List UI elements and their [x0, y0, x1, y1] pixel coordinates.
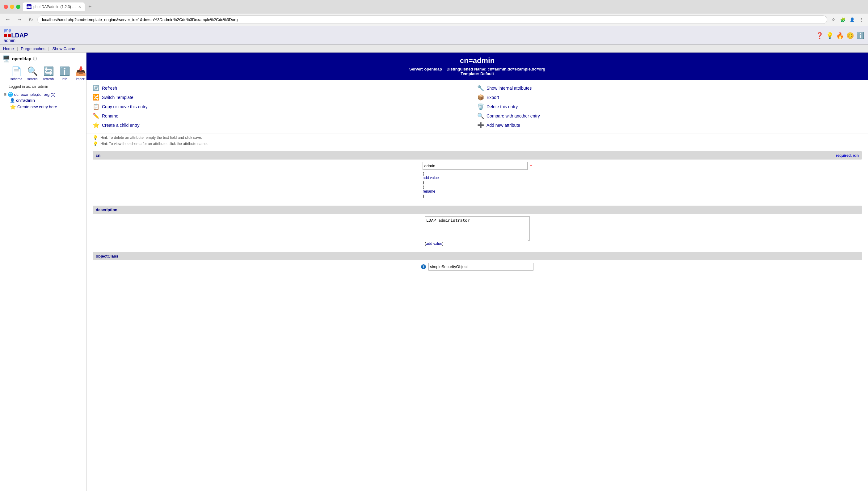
copy-move-label: Copy or move this entry — [102, 104, 148, 109]
attr-description-name[interactable]: description — [96, 207, 117, 212]
hint-delete: 💡 Hint: To delete an attribute, empty th… — [93, 135, 862, 140]
server-name[interactable]: openldap — [12, 56, 31, 61]
sidebar-server: 🖥️ openldap ⓘ — [2, 55, 84, 62]
hint-delete-text: Hint: To delete an attribute, empty the … — [100, 136, 202, 140]
entry-meta: Server: openldap Distinguished Name: cn=… — [90, 67, 864, 76]
description-textarea[interactable]: LDAP administrator — [425, 216, 530, 241]
tree-root-icon: 🌐 — [8, 92, 13, 97]
app-header: php ■■LDAP admin ❓ 💡 🔥 😊 ℹ️ — [0, 26, 868, 45]
schema-label: schema — [10, 77, 23, 81]
tab-title: phpLDAPadmin (1.2.3) - cn=ac... — [33, 5, 76, 9]
action-create-child[interactable]: ⭐ Create a child entry — [93, 122, 477, 128]
rename-label: Rename — [102, 113, 118, 118]
attr-objectclass-name[interactable]: objectClass — [96, 254, 118, 259]
action-add-attribute[interactable]: ➕ Add new attribute — [477, 122, 862, 128]
hint-schema-text: Hint: To view the schema for an attribut… — [100, 142, 208, 146]
tree-root-item[interactable]: ⊟ 🌐 dc=example,dc=org (1) — [4, 91, 84, 97]
cn-value-input[interactable] — [423, 162, 528, 170]
server-label: Server: — [409, 67, 423, 71]
settings-icon[interactable]: ⋮ — [858, 16, 865, 24]
tree-child-cn-admin[interactable]: 👤 cn=admin — [10, 97, 84, 103]
sidebar-toolbar: 📄 schema 🔍 search 🔄 refresh ℹ️ info 📥 im… — [2, 65, 84, 82]
address-bar[interactable] — [37, 16, 827, 24]
hint-delete-icon: 💡 — [93, 135, 98, 140]
schema-icon: 📄 — [11, 66, 22, 76]
objectclass-info-icon[interactable]: i — [421, 264, 426, 269]
tree-toggle: ⊟ — [4, 92, 6, 96]
action-show-internal[interactable]: 🔧 Show internal attributes — [477, 85, 862, 91]
bulb-icon[interactable]: 💡 — [826, 32, 834, 39]
dn-value: cn=admin,dc=example,dc=org — [488, 67, 545, 71]
browser-tab[interactable]: php phpLDAPadmin (1.2.3) - cn=ac... × — [23, 2, 85, 11]
create-entry-item[interactable]: ⭐ Create new entry here — [10, 103, 84, 110]
tree-root-label: dc=example,dc=org (1) — [14, 92, 56, 97]
fire-icon[interactable]: 🔥 — [836, 32, 844, 39]
help-icon[interactable]: ❓ — [816, 32, 824, 39]
attr-description-header: description — [93, 206, 862, 214]
action-delete[interactable]: 🗑️ Delete this entry — [477, 103, 862, 110]
action-refresh[interactable]: 🔄 Refresh — [93, 85, 477, 91]
browser-toolbar: ← → ↻ ☆ 🧩 👤 ⋮ — [0, 13, 868, 26]
action-export[interactable]: 📦 Export — [477, 94, 862, 101]
import-label: import — [76, 77, 86, 81]
switch-template-label: Switch Template — [102, 95, 133, 100]
export-action-icon: 📦 — [477, 94, 484, 101]
refresh-icon: 🔄 — [43, 66, 54, 76]
create-star-icon: ⭐ — [10, 104, 16, 110]
attr-cn-name[interactable]: cn — [96, 153, 100, 158]
extensions-icon[interactable]: 🧩 — [839, 16, 846, 24]
import-toolbar-item[interactable]: 📥 import — [73, 65, 87, 82]
info-icon: ℹ️ — [59, 66, 70, 76]
description-add-value-link[interactable]: add value — [426, 241, 442, 246]
search-icon: 🔍 — [27, 66, 38, 76]
new-tab-button[interactable]: + — [88, 4, 92, 10]
info-circle-icon[interactable]: ℹ️ — [857, 32, 864, 39]
tab-close-button[interactable]: × — [79, 4, 81, 9]
entry-title: cn=admin — [90, 56, 864, 65]
server-help-icon[interactable]: ⓘ — [33, 56, 37, 61]
back-button[interactable]: ← — [3, 16, 12, 24]
show-cache-link[interactable]: Show Cache — [52, 47, 75, 51]
maximize-button[interactable] — [16, 5, 21, 9]
tree-children: 👤 cn=admin ⭐ Create new entry here — [4, 97, 84, 110]
cn-rename-link[interactable]: rename — [423, 189, 439, 194]
tree-child-label: cn=admin — [16, 98, 35, 103]
cn-add-value-link[interactable]: add value — [423, 176, 439, 180]
schema-toolbar-item[interactable]: 📄 schema — [9, 65, 24, 82]
delete-label: Delete this entry — [487, 104, 518, 109]
purge-caches-link[interactable]: Purge caches — [21, 47, 45, 51]
template-value: Default — [480, 71, 494, 76]
cn-required-marker: * — [530, 164, 532, 168]
minimize-button[interactable] — [10, 5, 14, 9]
logged-in-text: Logged in as: cn=admin — [2, 84, 84, 89]
server-icon: 🖥️ — [2, 55, 10, 62]
objectclass-value-input[interactable] — [428, 263, 533, 270]
action-switch-template[interactable]: 🔀 Switch Template — [93, 94, 477, 101]
hint-schema-icon: 💡 — [93, 141, 98, 146]
action-compare[interactable]: 🔍 Compare with another entry — [477, 113, 862, 119]
home-link[interactable]: Home — [3, 47, 14, 51]
export-action-label: Export — [487, 95, 499, 100]
logo-ldap: ■■LDAP — [4, 32, 28, 38]
smiley-icon[interactable]: 😊 — [846, 32, 854, 39]
entry-header: cn=admin Server: openldap Distinguished … — [87, 53, 868, 80]
info-toolbar-item[interactable]: ℹ️ info — [57, 65, 72, 82]
sidebar: 🖥️ openldap ⓘ 📄 schema 🔍 search 🔄 refres… — [0, 53, 87, 491]
close-button[interactable] — [4, 5, 8, 9]
server-value: openldap — [424, 67, 442, 71]
add-attribute-icon: ➕ — [477, 122, 484, 128]
traffic-lights — [4, 5, 21, 9]
switch-template-icon: 🔀 — [93, 94, 99, 101]
profile-icon[interactable]: 👤 — [848, 16, 856, 24]
reload-button[interactable]: ↻ — [27, 16, 35, 24]
attr-objectclass-body: i — [93, 260, 862, 273]
browser-chrome: php phpLDAPadmin (1.2.3) - cn=ac... × + … — [0, 0, 868, 26]
search-toolbar-item[interactable]: 🔍 search — [25, 65, 40, 82]
action-copy-move[interactable]: 📋 Copy or move this entry — [93, 103, 477, 110]
attr-objectclass-section: objectClass i — [93, 252, 862, 273]
forward-button[interactable]: → — [15, 16, 24, 24]
rename-icon: ✏️ — [93, 113, 99, 119]
action-rename[interactable]: ✏️ Rename — [93, 113, 477, 119]
bookmark-icon[interactable]: ☆ — [830, 16, 837, 24]
refresh-toolbar-item[interactable]: 🔄 refresh — [41, 65, 56, 82]
